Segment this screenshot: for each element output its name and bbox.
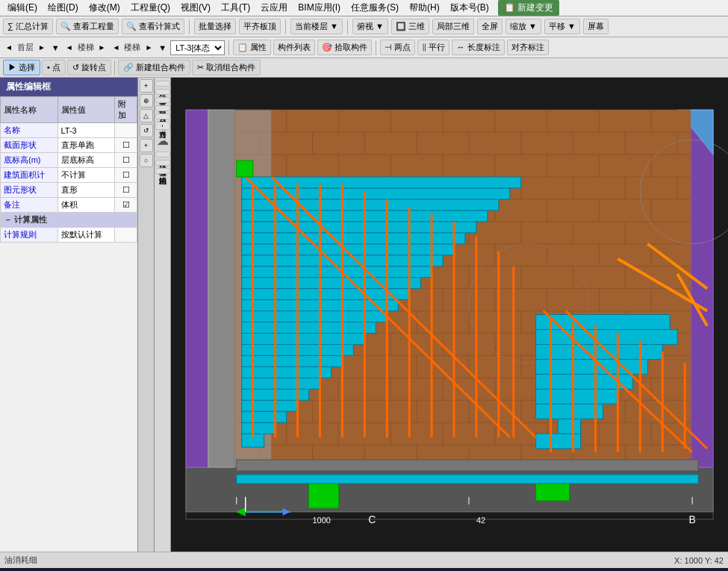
col-value-header: 属性值 <box>57 97 115 123</box>
no-trim-btn[interactable]: 非修剪 <box>155 89 170 95</box>
prop-value-cell[interactable]: 体积 <box>57 198 115 213</box>
table-row: 图元形状 直形 ☐ <box>1 183 137 198</box>
split-btn[interactable]: 乃分割 <box>155 113 170 119</box>
view-formula-btn[interactable]: 🔍 查看计算式 <box>122 19 184 34</box>
prop-value-cell[interactable]: 层底标高 <box>57 153 115 168</box>
menu-service[interactable]: 任意服务(S) <box>346 0 403 16</box>
merge-btn[interactable]: 当合并 <box>155 105 170 111</box>
props-btn[interactable]: 📋 属性 <box>233 40 271 55</box>
prop-name-cell[interactable]: 名称 <box>1 123 58 138</box>
cloud-btn[interactable]: ☁ <box>157 134 169 148</box>
prop-name-cell[interactable]: 图元形状 <box>1 183 58 198</box>
elem2-prev-btn[interactable]: ◄ <box>111 43 122 52</box>
svg-rect-163 <box>242 333 365 344</box>
prop-name-cell[interactable]: 建筑面积计 <box>1 168 58 183</box>
prop-value-cell[interactable]: 直形 <box>57 183 115 198</box>
svg-rect-183 <box>536 359 648 374</box>
canvas-area[interactable]: C B 1000 42 <box>171 78 728 552</box>
select-btn[interactable]: ▶ 选择 <box>3 60 40 75</box>
item-select[interactable]: LT-3[体态 <box>170 40 225 55</box>
align-slab-btn[interactable]: 平齐板顶 <box>239 19 281 34</box>
svg-rect-4 <box>691 110 713 467</box>
point-btn[interactable]: • 点 <box>42 60 66 75</box>
offset-btn[interactable]: 偏移 <box>155 160 170 166</box>
menu-edit[interactable]: 编辑(E) <box>3 0 42 16</box>
view-quantity-btn[interactable]: 🔍 查看工程量 <box>56 19 119 34</box>
triangle-tool-btn[interactable]: △ <box>140 109 153 122</box>
consume-btn[interactable]: 油消耗细 <box>155 168 170 174</box>
current-floor-btn[interactable]: 当前楼层 ▼ <box>290 19 343 34</box>
prop-value-cell[interactable]: 按默认计算 <box>57 228 115 243</box>
floor-prev-btn[interactable]: ◄ <box>3 43 15 52</box>
svg-rect-155 <box>242 422 276 434</box>
svg-rect-157 <box>242 400 298 411</box>
prop-value-cell[interactable]: LT-3 <box>57 123 115 138</box>
elem-next-btn[interactable]: ► <box>96 43 108 52</box>
rotate-tool-btn[interactable]: ↺ <box>140 124 153 137</box>
menu-help[interactable]: 帮助(H) <box>405 0 444 16</box>
new-change-btn[interactable]: 📋 新建变更 <box>498 0 559 16</box>
floor-next-btn[interactable]: ► <box>36 43 48 52</box>
pull-push-btn[interactable]: 压拉伸 <box>155 152 170 157</box>
local-3d-btn[interactable]: 局部三维 <box>432 19 474 34</box>
align-mark-btn[interactable]: 对齐标注 <box>507 40 549 55</box>
calc-sum-btn[interactable]: ∑ 汇总计算 <box>3 19 53 34</box>
elem2-label: 楼梯 <box>124 42 140 53</box>
extend-btn[interactable]: 延伸 <box>155 81 170 87</box>
menu-view[interactable]: 视图(V) <box>176 0 215 16</box>
cancel-group-btn[interactable]: ✂ 取消组合构件 <box>192 60 261 75</box>
sep2 <box>285 19 286 34</box>
plus-tool-btn2[interactable]: + <box>140 139 153 152</box>
circle-plus-tool-btn[interactable]: ⊕ <box>140 94 153 107</box>
menu-cloud[interactable]: 云应用 <box>256 0 292 16</box>
menu-tools[interactable]: 工具(T) <box>217 0 255 16</box>
elem-prev-btn[interactable]: ◄ <box>63 43 75 52</box>
batch-select-btn[interactable]: 批量选择 <box>194 19 236 34</box>
3d-btn[interactable]: 🔲 三维 <box>391 19 429 34</box>
table-row: 底标高(m) 层底标高 ☐ <box>1 153 137 168</box>
menu-draw[interactable]: 绘图(D) <box>43 0 83 16</box>
prop-name-cell[interactable]: 底标高(m) <box>1 153 58 168</box>
svg-rect-215 <box>309 482 339 508</box>
align-btn[interactable]: 当对齐- <box>155 122 170 130</box>
elem2-next-btn[interactable]: ► <box>143 43 155 52</box>
svg-text:42: 42 <box>476 516 485 525</box>
top-view-btn[interactable]: 俯视 ▼ <box>352 19 388 34</box>
drawing-canvas: C B 1000 42 <box>171 78 728 552</box>
panel-title: 属性编辑框 <box>0 78 137 96</box>
nav-bar: ◄ 首层 ► ▼ ◄ 楼梯 ► ◄ 楼梯 ► ▼ LT-3[体态 📋 属性 构件… <box>0 37 728 58</box>
prop-value-cell[interactable]: 直形单跑 <box>57 138 115 153</box>
two-points-btn[interactable]: ⊣ 两点 <box>380 40 415 55</box>
cross-tool-btn[interactable]: + <box>140 79 153 93</box>
svg-rect-175 <box>242 199 499 210</box>
floor-label: 首层 <box>17 42 34 53</box>
comp-list-btn[interactable]: 构件列表 <box>273 40 315 55</box>
svg-rect-160 <box>242 366 332 378</box>
new-group-btn[interactable]: 🔗 新建组合构件 <box>118 60 190 75</box>
menu-bim[interactable]: BIM应用(I) <box>293 0 345 16</box>
length-mark-btn[interactable]: ↔ 长度标注 <box>452 40 504 55</box>
prop-add-cell: ☑ <box>115 198 137 213</box>
pick-comp-btn[interactable]: 🎯 拾取构件 <box>317 40 372 55</box>
prop-name-cell[interactable]: 备注 <box>1 198 58 213</box>
prop-name-cell[interactable]: 计算规则 <box>1 228 58 243</box>
svg-rect-156 <box>242 411 287 422</box>
vertical-tools: 延伸 非修剪 当打断 当合并 乃分割 当对齐- ☁ 压拉伸 偏移 油消耗细 <box>155 78 171 552</box>
svg-rect-164 <box>242 322 376 333</box>
menu-quantity[interactable]: 工程量(Q) <box>126 0 175 16</box>
menu-modify[interactable]: 修改(M) <box>84 0 125 16</box>
prop-name-cell[interactable]: 截面形状 <box>1 138 58 153</box>
main-area: 属性编辑框 属性名称 属性值 附加 名称 LT-3 截面形状 直形单跑 <box>0 78 728 552</box>
pan-btn[interactable]: 平移 ▼ <box>544 19 580 34</box>
fullscreen-btn[interactable]: 全屏 <box>477 19 503 34</box>
prop-add-cell: ☐ <box>115 183 137 198</box>
screen-btn[interactable]: 屏幕 <box>583 19 609 34</box>
prop-value-cell[interactable]: 不计算 <box>57 168 115 183</box>
menu-version[interactable]: 版本号(B) <box>446 0 494 16</box>
circle-tool-btn[interactable]: ○ <box>140 154 153 167</box>
parallel-btn[interactable]: ∥ 平行 <box>417 40 449 55</box>
prop-add-cell: ☐ <box>115 168 137 183</box>
zoom-btn[interactable]: 缩放 ▼ <box>505 19 541 34</box>
break-btn[interactable]: 当打断 <box>155 97 170 103</box>
rotate-point-btn[interactable]: ↺ 旋转点 <box>67 60 111 75</box>
